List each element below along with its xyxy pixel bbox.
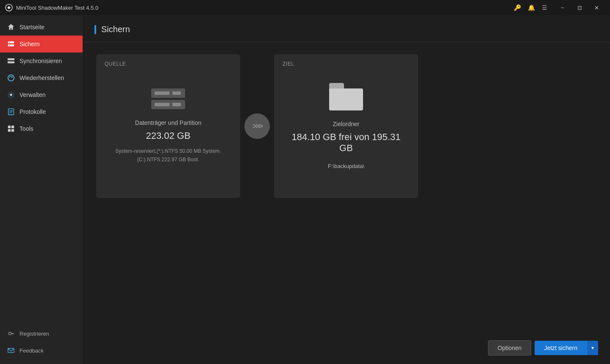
backup-dropdown-button[interactable]: ▾	[587, 341, 598, 355]
sidebar-bottom: Registrieren Feedback	[0, 325, 83, 364]
disk-slot-1	[151, 88, 185, 98]
sidebar-item-protokolle[interactable]: Protokolle	[0, 103, 83, 120]
tools-icon	[7, 124, 15, 133]
restore-icon	[7, 74, 15, 82]
svg-point-7	[8, 75, 14, 81]
sidebar-item-synchronisieren[interactable]: Synchronisieren	[0, 52, 83, 69]
svg-rect-3	[9, 42, 10, 43]
sidebar-nav: Startseite Sichern	[0, 19, 83, 325]
sidebar-item-startseite[interactable]: Startseite	[0, 19, 83, 36]
target-card-type: Zielordner	[333, 121, 359, 127]
sidebar-item-registrieren[interactable]: Registrieren	[0, 325, 83, 342]
sidebar-item-feedback[interactable]: Feedback	[0, 342, 83, 359]
sidebar-label-sichern: Sichern	[19, 41, 39, 47]
svg-rect-16	[8, 129, 11, 132]
manage-icon	[7, 91, 15, 99]
header-accent-bar	[94, 25, 96, 34]
bell-icon[interactable]: 🔔	[528, 4, 535, 11]
page-title: Sichern	[101, 25, 130, 34]
target-card-path: F:\backupdata\	[328, 163, 364, 169]
target-card[interactable]: ZIEL Zielordner 184.10 GB frei von 195.3…	[274, 54, 418, 198]
source-card-type: Datenträger und Partition	[135, 119, 201, 126]
backup-icon	[7, 40, 15, 48]
close-button[interactable]: ✕	[588, 0, 605, 15]
source-card-size: 223.02 GB	[146, 130, 190, 141]
log-icon	[7, 108, 15, 116]
app-body: Startseite Sichern	[0, 15, 610, 364]
svg-rect-14	[8, 126, 11, 128]
svg-rect-17	[11, 129, 14, 132]
titlebar: MiniTool ShadowMaker Test 4.5.0 🔑 🔔 ☰ − …	[0, 0, 610, 15]
sidebar-label-startseite: Startseite	[19, 24, 44, 30]
options-button[interactable]: Optionen	[488, 340, 532, 356]
target-card-freespace: 184.10 GB frei von 195.31 GB	[284, 132, 408, 154]
sidebar-label-wiederherstellen: Wiederherstellen	[19, 74, 64, 81]
window-controls: − ⊡ ✕	[554, 0, 605, 15]
source-card[interactable]: QUELLE Datenträger und Partition 223.02 …	[96, 54, 240, 198]
source-card-details: System-reserviert,(*:).NTFS 50.00 MB Sys…	[115, 147, 221, 163]
sidebar-item-verwalten[interactable]: Verwalten	[0, 86, 83, 103]
svg-point-18	[8, 332, 11, 335]
svg-point-9	[10, 94, 12, 96]
source-card-label: QUELLE	[105, 61, 126, 67]
key-icon-sidebar	[7, 329, 15, 338]
sidebar-item-tools[interactable]: Tools	[0, 120, 83, 137]
svg-rect-5	[8, 58, 14, 61]
page-header: Sichern	[83, 15, 610, 42]
bottom-bar: Optionen Jetzt sichern ▾	[488, 340, 598, 356]
app-title: MiniTool ShadowMaker Test 4.5.0	[16, 5, 514, 11]
sidebar-label-tools: Tools	[19, 125, 33, 132]
minimize-button[interactable]: −	[554, 0, 571, 15]
mail-icon	[7, 346, 15, 355]
arrow-connector: >>>	[240, 113, 274, 139]
target-card-label: ZIEL	[283, 61, 294, 67]
arrow-symbol: >>>	[252, 122, 262, 131]
backup-button[interactable]: Jetzt sichern	[535, 341, 587, 355]
main-content: Sichern QUELLE Datenträger und P	[83, 15, 610, 364]
sync-icon	[7, 57, 15, 65]
folder-icon	[329, 83, 363, 110]
disk-slot-2	[151, 100, 185, 109]
sidebar: Startseite Sichern	[0, 15, 83, 364]
cards-row: QUELLE Datenträger und Partition 223.02 …	[96, 54, 596, 198]
sidebar-item-wiederherstellen[interactable]: Wiederherstellen	[0, 69, 83, 86]
menu-icon[interactable]: ☰	[542, 4, 547, 11]
svg-rect-6	[8, 61, 14, 63]
maximize-button[interactable]: ⊡	[571, 0, 588, 15]
svg-rect-15	[11, 126, 14, 128]
home-icon	[7, 23, 15, 31]
sidebar-label-registrieren: Registrieren	[19, 331, 49, 337]
sidebar-label-feedback: Feedback	[19, 347, 44, 354]
disk-icon	[151, 88, 185, 109]
backup-button-group: Jetzt sichern ▾	[535, 341, 598, 355]
sidebar-item-sichern[interactable]: Sichern	[0, 36, 83, 52]
titlebar-icons: 🔑 🔔 ☰	[514, 4, 547, 11]
sidebar-label-protokolle: Protokolle	[19, 108, 46, 115]
svg-rect-4	[9, 45, 10, 46]
content-area: QUELLE Datenträger und Partition 223.02 …	[83, 42, 610, 364]
key-icon[interactable]: 🔑	[514, 4, 521, 11]
sidebar-label-verwalten: Verwalten	[19, 91, 45, 98]
app-logo	[5, 4, 13, 11]
sidebar-label-synchronisieren: Synchronisieren	[19, 58, 62, 64]
arrow-icon: >>>	[244, 113, 270, 139]
